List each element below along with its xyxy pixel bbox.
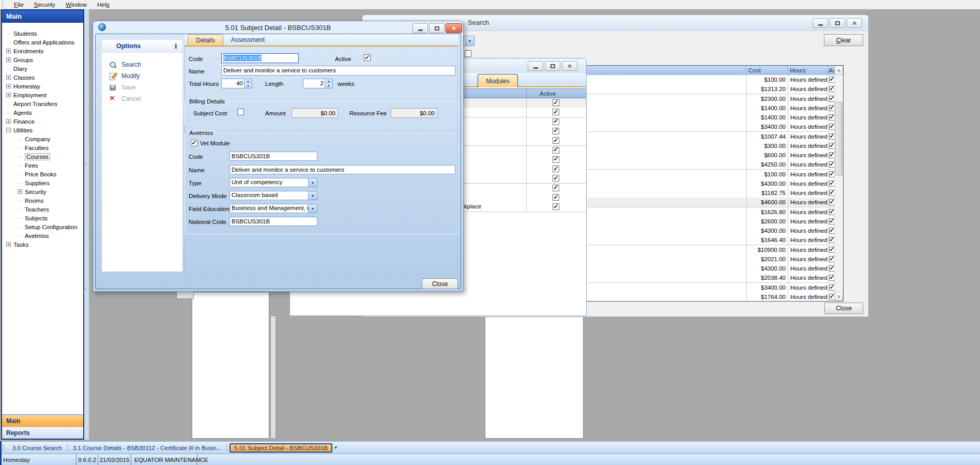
- available-checkbox[interactable]: [829, 237, 835, 243]
- expand-icon[interactable]: +: [18, 189, 22, 194]
- available-checkbox[interactable]: [829, 275, 835, 281]
- available-checkbox[interactable]: [829, 209, 835, 215]
- sidebar-item-finance[interactable]: +Finance: [2, 117, 83, 126]
- module-active-checkbox[interactable]: [553, 147, 559, 154]
- amount-field[interactable]: $0.00: [292, 108, 338, 118]
- taskbar-tab-3-1-course-details-bsb30112-ce[interactable]: 3.1 Course Details - BSB30112 - Certific…: [69, 444, 225, 452]
- tab-assessment[interactable]: Assessment: [223, 34, 272, 46]
- close-button[interactable]: ×: [562, 61, 577, 71]
- available-checkbox[interactable]: [829, 114, 835, 121]
- available-checkbox[interactable]: [829, 294, 835, 300]
- expand-icon[interactable]: +: [6, 119, 11, 124]
- maximize-button[interactable]: [429, 23, 445, 33]
- sidebar-item-homestay[interactable]: +Homestay: [2, 82, 83, 91]
- available-checkbox[interactable]: [829, 190, 835, 196]
- available-checkbox[interactable]: [829, 105, 835, 111]
- dialog-titlebar[interactable]: 5.01 Subject Detail - BSBCUS301B ×: [93, 21, 463, 34]
- resource-fee-field[interactable]: $0.00: [391, 108, 437, 118]
- available-checkbox[interactable]: [829, 256, 835, 262]
- chevron-down-icon[interactable]: ▼: [308, 191, 317, 200]
- column-header-active[interactable]: Active: [526, 89, 586, 98]
- sidebar-item-airport-transfers[interactable]: Airport Transfers: [2, 99, 83, 108]
- subject-cost-checkbox[interactable]: [237, 109, 244, 115]
- avetmiss-name-input[interactable]: Deliver and monitor a service to custome…: [229, 165, 455, 174]
- module-active-checkbox[interactable]: [553, 203, 559, 210]
- available-checkbox[interactable]: [829, 77, 835, 83]
- chevron-down-icon[interactable]: ▼: [308, 204, 317, 213]
- expand-icon[interactable]: +: [6, 93, 11, 97]
- menu-item-file[interactable]: File: [9, 1, 29, 8]
- menu-item-security[interactable]: Security: [29, 1, 61, 8]
- sidebar-item-tasks[interactable]: +Tasks: [2, 240, 83, 249]
- scrollbar-thumb[interactable]: [835, 102, 843, 175]
- sidebar-item-students[interactable]: Students: [2, 29, 83, 38]
- sidebar-item-price-books[interactable]: Price Books: [2, 170, 83, 178]
- collapse-left-icon[interactable]: ‹: [85, 162, 86, 167]
- sidebar-item-suppliers[interactable]: Suppliers: [2, 178, 83, 187]
- module-active-checkbox[interactable]: [553, 109, 559, 115]
- sidebar-item-enrolments[interactable]: +Enrolments: [2, 47, 83, 55]
- sidebar-item-groups[interactable]: +Groups: [2, 55, 83, 64]
- module-active-checkbox[interactable]: [553, 99, 559, 106]
- close-button[interactable]: ×: [446, 23, 462, 33]
- sidebar-splitter[interactable]: ‹ ‹: [84, 9, 89, 440]
- expand-icon[interactable]: +: [6, 49, 11, 53]
- dialog-close-button[interactable]: Close: [422, 278, 458, 289]
- sidebar-item-faculties[interactable]: Faculties: [2, 143, 83, 152]
- sidebar-item-setup-configuration[interactable]: Setup Configuration: [2, 222, 83, 231]
- active-checkbox[interactable]: [364, 54, 371, 61]
- sidebar-item-offers-and-applications[interactable]: Offers and Applications: [2, 38, 83, 47]
- available-checkbox[interactable]: [829, 86, 835, 92]
- module-active-checkbox[interactable]: [553, 118, 559, 125]
- spin-up-icon[interactable]: ▲: [244, 79, 252, 84]
- chevron-down-icon[interactable]: ▼: [465, 36, 474, 46]
- minimize-button[interactable]: [412, 23, 428, 33]
- spin-up-icon[interactable]: ▲: [325, 79, 332, 84]
- length-stepper[interactable]: 2 ▲▼: [303, 79, 333, 88]
- sidebar-item-security[interactable]: +Security: [2, 187, 83, 196]
- module-active-checkbox[interactable]: [553, 156, 559, 163]
- sidebar-item-classes[interactable]: +Classes: [2, 73, 83, 82]
- available-checkbox[interactable]: [829, 284, 835, 291]
- search-close-button[interactable]: Close: [824, 303, 863, 314]
- sidebar-item-avetmiss[interactable]: Avetmiss: [2, 231, 83, 240]
- available-checkbox[interactable]: [829, 124, 835, 130]
- sidebar-button-main[interactable]: Main: [2, 415, 83, 427]
- spin-down-icon[interactable]: ▼: [325, 84, 332, 88]
- sidebar-item-employment[interactable]: +Employment: [2, 91, 83, 99]
- delivery-mode-dropdown[interactable]: Classroom based ▼: [229, 191, 317, 200]
- sidebar-item-utilities[interactable]: −Utilities: [2, 126, 83, 134]
- sidebar-item-diary[interactable]: Diary: [2, 64, 83, 73]
- module-active-checkbox[interactable]: [553, 137, 559, 144]
- total-hours-stepper[interactable]: 40 ▲▼: [221, 79, 252, 88]
- sidebar-item-courses[interactable]: Courses: [2, 152, 83, 161]
- module-active-checkbox[interactable]: [553, 194, 559, 201]
- field-education-dropdown[interactable]: Business and Management, n.e. ▼: [229, 204, 317, 213]
- options-header[interactable]: Options ∧∧: [102, 40, 182, 53]
- collapse-icon[interactable]: −: [6, 128, 11, 132]
- minimize-button[interactable]: [528, 61, 543, 71]
- menu-item-window[interactable]: Window: [60, 1, 92, 8]
- available-checkbox[interactable]: [829, 199, 835, 205]
- module-active-checkbox[interactable]: [553, 175, 559, 182]
- menu-item-help[interactable]: Help: [92, 1, 115, 8]
- search-filter-dropdown[interactable]: ▼: [464, 36, 474, 46]
- available-checkbox[interactable]: [829, 171, 835, 177]
- taskbar-tab-3-0-course-search[interactable]: 3.0 Course Search: [8, 444, 66, 452]
- type-dropdown[interactable]: Unit of competency ▼: [229, 178, 317, 187]
- vertical-scrollbar[interactable]: ∧ ∨: [834, 66, 843, 301]
- module-active-checkbox[interactable]: [553, 128, 559, 134]
- collapse-chevrons-icon[interactable]: ∧∧: [174, 43, 177, 49]
- column-header-hours[interactable]: Hours: [788, 66, 828, 75]
- available-checkbox[interactable]: [829, 152, 835, 158]
- scroll-down-icon[interactable]: ∨: [835, 292, 843, 301]
- background-scrollbar-strip[interactable]: [270, 316, 276, 439]
- available-checkbox[interactable]: [829, 133, 835, 140]
- available-checkbox[interactable]: [829, 161, 835, 168]
- sidebar-item-company[interactable]: Company: [2, 134, 83, 143]
- available-checkbox[interactable]: [829, 228, 835, 234]
- sidebar-item-subjects[interactable]: Subjects: [2, 214, 83, 222]
- sidebar-button-reports[interactable]: Reports: [2, 427, 83, 439]
- sidebar-item-agents[interactable]: Agents: [2, 108, 83, 117]
- column-header-cost[interactable]: Cost: [746, 66, 788, 75]
